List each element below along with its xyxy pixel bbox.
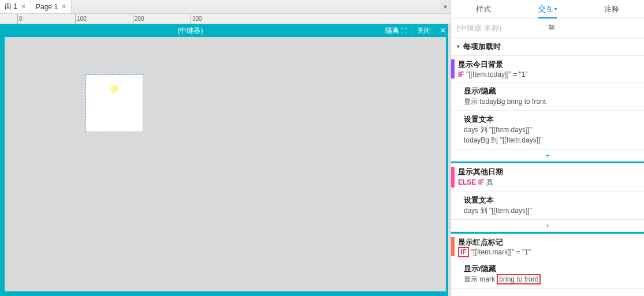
action-block[interactable]: 显示/隐藏 显示 mark bring to front <box>451 260 644 288</box>
close-button[interactable]: 关闭 <box>412 24 435 37</box>
highlight-dot <box>109 84 120 94</box>
svg-point-0 <box>549 25 551 27</box>
canvas[interactable] <box>0 37 451 296</box>
settings-icon[interactable] <box>548 23 638 33</box>
widget-name-row: (中继器 名称) <box>451 18 644 38</box>
focus-icon: ⛶ <box>401 28 407 34</box>
chevron-down-icon: ▼ <box>456 44 461 50</box>
isolate-button[interactable]: 隔离 ⛶ <box>381 24 412 37</box>
inspector-panel: 样式 交互• 注释 (中继器 名称) ▼ 每项加载时 显示今日背景 IF "[[… <box>451 0 644 296</box>
tab-notes[interactable]: 注释 <box>580 0 644 18</box>
page-tab-1[interactable]: 面 1 ✕ <box>0 0 31 13</box>
tabs-fill <box>72 0 440 13</box>
tab-label: 面 1 <box>5 2 17 12</box>
selected-shape[interactable] <box>85 74 143 132</box>
close-icon[interactable]: ✕ <box>21 3 26 10</box>
case-color-bar <box>451 167 455 188</box>
scrollbar[interactable] <box>448 24 451 296</box>
event-header[interactable]: ▼ 每项加载时 <box>451 38 644 56</box>
svg-point-2 <box>550 28 552 30</box>
add-action-button[interactable]: + <box>451 149 644 162</box>
case-block[interactable]: 显示今日背景 IF "[[Item.today]]" = "1" 显示/隐藏 显… <box>451 56 644 149</box>
interactions-list: 显示今日背景 IF "[[Item.today]]" = "1" 显示/隐藏 显… <box>451 56 644 296</box>
inspector-tabs: 样式 交互• 注释 <box>451 0 644 18</box>
ruler: 0 100 200 300 <box>0 14 451 24</box>
tabs-overflow-icon[interactable]: ▼ <box>440 0 451 13</box>
close-icon[interactable]: ✕ <box>61 3 66 10</box>
tab-label: Page 1 <box>36 3 58 11</box>
highlighted-text: bring to front <box>497 274 540 284</box>
widget-name-placeholder[interactable]: (中继器 名称) <box>457 23 548 33</box>
page-tabs-bar: 面 1 ✕ Page 1 ✕ ▼ <box>0 0 451 14</box>
case-color-bar <box>451 237 455 256</box>
svg-point-1 <box>552 27 554 28</box>
case-block[interactable]: 显示其他日期 ELSE IF 真 设置文本 days 到 "[[Item.day… <box>451 163 644 220</box>
action-block[interactable]: 设置文本 days 到 "[[Item.days]]" <box>451 191 644 219</box>
action-block[interactable]: 设置文本 days 到 "[[Item.days]]" todayBg 到 "[… <box>451 110 644 149</box>
repeater-title: (中继器) <box>0 26 381 36</box>
case-color-bar <box>451 59 455 78</box>
case-block[interactable]: 显示红点标记 IF "[[Item.mark]]" = "1" 显示/隐藏 显示… <box>451 234 644 288</box>
tab-interactions[interactable]: 交互• <box>515 0 579 18</box>
add-action-button[interactable]: + <box>451 220 644 232</box>
repeater-edit-bar: (中继器) 隔离 ⛶ 关闭 ✕ <box>0 24 451 37</box>
page-tab-2[interactable]: Page 1 ✕ <box>31 0 72 13</box>
tab-style[interactable]: 样式 <box>451 0 515 18</box>
action-block[interactable]: 显示/隐藏 显示 todayBg bring to front <box>451 82 644 110</box>
